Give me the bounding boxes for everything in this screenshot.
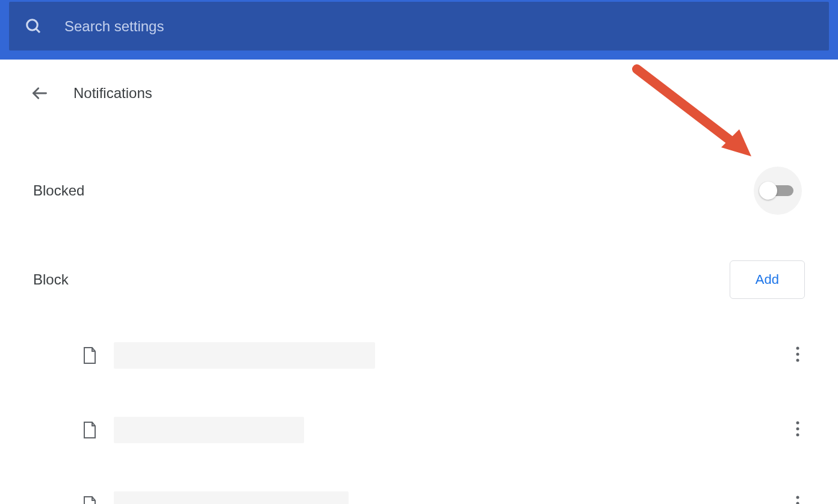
page-icon <box>82 421 97 439</box>
more-actions-icon[interactable] <box>790 416 805 444</box>
list-item <box>82 478 805 504</box>
site-name-placeholder <box>114 491 349 504</box>
back-arrow-icon[interactable] <box>31 85 48 102</box>
page-header: Notifications <box>31 60 805 114</box>
list-item <box>82 404 805 456</box>
page-icon <box>82 346 97 364</box>
svg-point-5 <box>796 359 799 362</box>
svg-line-1 <box>36 28 40 32</box>
page-icon <box>82 496 97 504</box>
search-input[interactable] <box>64 18 813 35</box>
blocked-site-list <box>33 329 805 504</box>
search-bar[interactable] <box>9 2 829 51</box>
blocked-label: Blocked <box>33 182 84 199</box>
svg-point-4 <box>796 353 799 356</box>
svg-point-3 <box>796 347 799 350</box>
list-item <box>82 329 805 382</box>
more-actions-icon[interactable] <box>790 490 805 504</box>
add-button[interactable]: Add <box>730 260 805 299</box>
blocked-toggle[interactable] <box>751 167 805 215</box>
svg-point-7 <box>796 428 799 431</box>
svg-point-9 <box>796 496 799 499</box>
search-icon <box>25 17 43 35</box>
more-actions-icon[interactable] <box>790 341 805 370</box>
svg-point-8 <box>796 434 799 437</box>
svg-point-0 <box>27 19 38 30</box>
svg-point-10 <box>796 502 799 505</box>
site-name-placeholder <box>114 417 304 443</box>
blocked-toggle-row: Blocked <box>33 144 805 238</box>
site-name-placeholder <box>114 342 375 369</box>
page-title: Notifications <box>73 85 152 102</box>
svg-point-6 <box>796 422 799 425</box>
settings-content: Notifications Blocked Block Add <box>9 60 829 504</box>
settings-header <box>0 0 838 60</box>
block-section: Block Add <box>33 248 805 311</box>
block-label: Block <box>33 271 69 288</box>
